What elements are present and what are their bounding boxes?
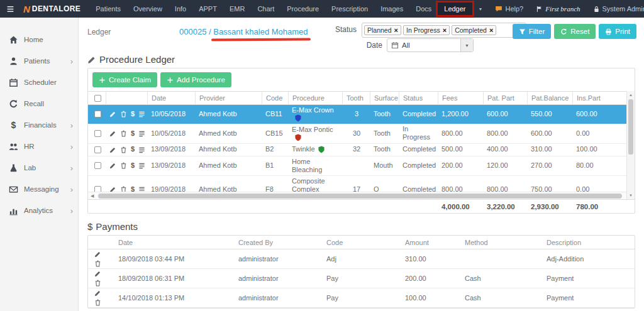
patient-link[interactable]: 000025 / Bassant khaled Mohamed <box>179 27 308 36</box>
sidebar-item-lab[interactable]: Lab› <box>0 157 78 178</box>
payment-icon[interactable]: $ <box>131 185 135 192</box>
nav-item-overview[interactable]: Overview <box>127 0 169 18</box>
status-tag-completed[interactable]: Completed× <box>452 25 496 35</box>
branch-menu[interactable]: First branch <box>530 0 586 18</box>
total-pat-balance: 2,930.00 <box>527 203 572 210</box>
scroll-up-icon[interactable]: ▲ <box>627 93 635 97</box>
cell-date: 19/09/2018 <box>147 184 195 192</box>
remove-tag-icon[interactable]: × <box>394 27 398 34</box>
recall-icon <box>9 99 18 109</box>
details-icon[interactable] <box>138 111 145 118</box>
nav-item-info[interactable]: Info <box>169 0 192 18</box>
cell-code: F8 <box>262 184 288 192</box>
remove-tag-icon[interactable]: × <box>443 27 447 34</box>
edit-icon[interactable] <box>109 185 116 192</box>
help-menu[interactable]: Help? <box>489 0 530 18</box>
delete-icon[interactable] <box>94 280 101 287</box>
sidebar-item-recall[interactable]: Recall <box>0 93 78 114</box>
print-button[interactable]: Print <box>599 24 636 39</box>
add-procedure-button[interactable]: Add Procedure <box>160 72 231 87</box>
nav-item-appt[interactable]: APPT <box>192 0 223 18</box>
details-icon[interactable] <box>138 162 145 170</box>
sidebar-item-hr[interactable]: HR› <box>0 136 78 157</box>
status-tag-planned[interactable]: Planned× <box>364 25 401 35</box>
column-header-actions <box>88 236 107 249</box>
payments-table-header: Date Created By Code Amount Method Descr… <box>88 236 635 249</box>
row-checkbox[interactable] <box>94 186 101 192</box>
table-row[interactable]: $ 19/09/2018 Ahmed Kotb F8 Composite Com… <box>88 176 635 192</box>
reset-button[interactable]: Reset <box>554 24 596 39</box>
cell-status: Completed <box>399 144 438 155</box>
row-checkbox[interactable] <box>94 130 101 137</box>
select-all-checkbox[interactable] <box>94 95 101 102</box>
sidebar-item-financials[interactable]: $Financials› <box>0 114 78 136</box>
edit-icon[interactable] <box>109 129 116 137</box>
nav-item-emr[interactable]: EMR <box>223 0 251 18</box>
details-icon[interactable] <box>138 146 145 153</box>
vertical-scroll-thumb[interactable] <box>628 99 633 155</box>
delete-icon[interactable] <box>120 146 127 153</box>
brand-logo[interactable]: N DENTALORE <box>21 0 89 18</box>
nav-item-docs[interactable]: Docs <box>409 0 438 18</box>
payment-row[interactable]: 18/09/2018 03:44 PM administrator Adj 31… <box>88 249 635 269</box>
filter-button[interactable]: Filter <box>513 24 552 39</box>
sidebar-item-patients[interactable]: Patients› <box>0 50 78 72</box>
payment-icon[interactable]: $ <box>131 146 135 153</box>
edit-icon[interactable] <box>109 162 116 170</box>
date-filter-select[interactable]: All ▼ <box>387 38 474 52</box>
payment-icon[interactable]: $ <box>131 129 135 137</box>
horizontal-scroll-thumb[interactable] <box>98 194 622 199</box>
edit-icon[interactable] <box>109 146 116 153</box>
chevron-right-icon: › <box>70 163 73 173</box>
column-header-method: Method <box>462 236 544 249</box>
remove-tag-icon[interactable]: × <box>489 27 493 34</box>
edit-icon[interactable] <box>94 290 101 297</box>
delete-icon[interactable] <box>120 129 127 137</box>
scroll-left-icon[interactable]: ◀ <box>91 194 94 199</box>
status-filter-input[interactable]: Planned× In Progress× Completed× <box>362 23 526 38</box>
scroll-down-icon[interactable]: ▼ <box>627 194 635 197</box>
create-claim-button[interactable]: Create Claim <box>92 72 157 87</box>
details-icon[interactable] <box>138 129 145 137</box>
sidebar-toggle-icon[interactable] <box>0 0 21 18</box>
delete-icon[interactable] <box>120 185 127 192</box>
nav-item-chart[interactable]: Chart <box>251 0 280 18</box>
delete-icon[interactable] <box>120 162 127 170</box>
edit-icon[interactable] <box>94 270 101 278</box>
payment-row[interactable]: 18/09/2018 06:31 PM administrator Pay 20… <box>88 269 635 288</box>
nav-item-images[interactable]: Images <box>374 0 409 18</box>
sidebar-item-analytics[interactable]: Analytics› <box>0 200 78 221</box>
edit-icon[interactable] <box>94 251 101 258</box>
details-icon[interactable] <box>138 185 145 192</box>
nav-more-caret[interactable]: ▼ <box>472 0 489 18</box>
table-row[interactable]: $ 13/09/2018 Ahmed Kotb B1 Home Bleachin… <box>88 156 635 176</box>
sidebar-item-messaging[interactable]: Messaging› <box>0 178 78 200</box>
total-pat-part: 3,220.00 <box>483 203 527 210</box>
payment-icon[interactable]: $ <box>131 162 135 170</box>
delete-icon[interactable] <box>94 260 101 268</box>
nav-item-procedure[interactable]: Procedure <box>280 0 325 18</box>
edit-icon[interactable] <box>109 111 116 118</box>
delete-icon[interactable] <box>120 111 127 118</box>
chevron-down-icon[interactable]: ▼ <box>460 39 473 52</box>
table-row[interactable]: $ 13/09/2018 Ahmed Kotb B2 Twinkle 32 To… <box>88 144 635 156</box>
cell-description: Payment <box>544 294 635 302</box>
status-tag-in-progress[interactable]: In Progress× <box>403 25 450 35</box>
delete-icon[interactable] <box>94 299 101 307</box>
sidebar-item-home[interactable]: Home <box>0 29 78 50</box>
row-checkbox[interactable] <box>94 111 101 117</box>
cell-date: 13/09/2018 <box>147 144 195 155</box>
table-row[interactable]: $ 10/05/2018 Ahmed Kotb CB15 E-Max Ponti… <box>88 124 635 143</box>
payment-icon[interactable]: $ <box>131 111 135 118</box>
user-menu[interactable]: System Administrator▼ <box>587 0 644 18</box>
shield-icon <box>318 146 325 153</box>
nav-item-prescription[interactable]: Prescription <box>325 0 374 18</box>
nav-item-patients[interactable]: Patients <box>89 0 127 18</box>
sidebar-item-scheduler[interactable]: Scheduler <box>0 72 78 93</box>
row-checkbox[interactable] <box>94 162 101 169</box>
nav-item-ledger[interactable]: Ledger <box>438 0 472 18</box>
table-row[interactable]: $ 10/05/2018 Ahmed Kotb CB11 E-Max Crown… <box>88 105 635 124</box>
row-checkbox[interactable] <box>94 146 101 153</box>
payment-row[interactable]: 14/10/2018 01:13 PM administrator Pay 10… <box>88 288 635 308</box>
column-header-description: Description <box>544 236 635 249</box>
